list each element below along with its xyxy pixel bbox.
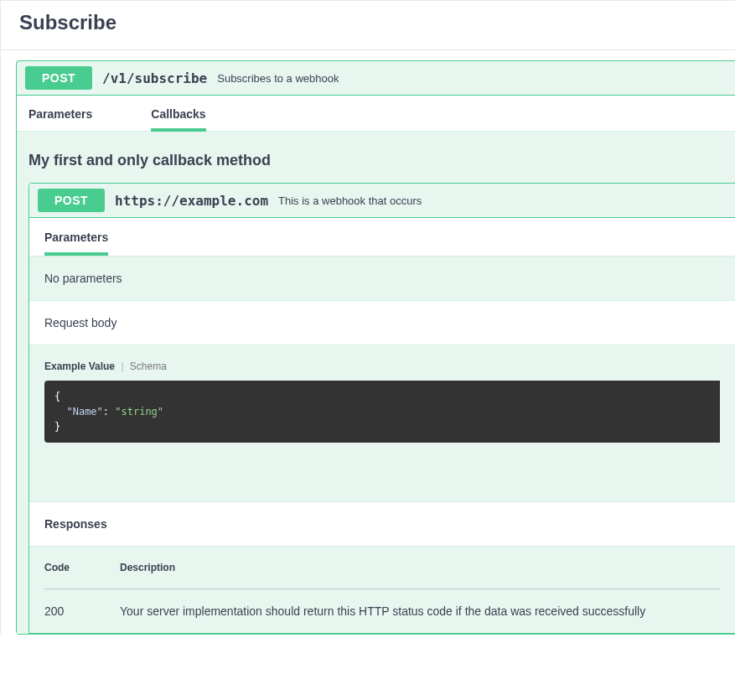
no-parameters-panel: No parameters: [29, 256, 735, 300]
response-code: 200: [44, 589, 120, 618]
tab-callbacks[interactable]: Callbacks: [151, 96, 205, 131]
subscribe-operation: POST /v1/subscribe Subscribes to a webho…: [16, 60, 735, 635]
response-description: Your server implementation should return…: [120, 589, 720, 618]
example-value-toggle[interactable]: Example Value: [44, 360, 115, 372]
callback-operation: POST https://example.com This is a webho…: [28, 183, 735, 634]
subscribe-op-header[interactable]: POST /v1/subscribe Subscribes to a webho…: [17, 61, 735, 95]
callback-tab-parameters[interactable]: Parameters: [44, 231, 108, 256]
responses-panel: Code Description 200 Your server impleme…: [29, 546, 735, 633]
section-title: Subscribe: [1, 11, 735, 49]
tab-parameters[interactable]: Parameters: [28, 96, 92, 131]
responses-label: Responses: [29, 501, 735, 546]
schema-toggle[interactable]: Schema: [130, 360, 167, 372]
callback-method-badge: POST: [38, 189, 105, 212]
responses-col-code: Code: [44, 562, 120, 589]
callback-op-header[interactable]: POST https://example.com This is a webho…: [29, 184, 735, 217]
operation-tabs: Parameters Callbacks: [17, 95, 735, 132]
request-body-label: Request body: [29, 300, 735, 345]
callback-title: My first and only callback method: [28, 152, 735, 169]
example-code-block[interactable]: { "Name": "string" }: [44, 381, 720, 443]
responses-col-description: Description: [120, 562, 720, 589]
callback-url: https://example.com: [115, 193, 268, 209]
endpoint-summary: Subscribes to a webhook: [217, 72, 339, 85]
endpoint-path: /v1/subscribe: [102, 70, 207, 86]
callback-summary: This is a webhook that occurs: [278, 194, 422, 207]
method-badge: POST: [25, 66, 92, 90]
toggle-separator: |: [121, 360, 123, 372]
request-body-panel: Example Value | Schema { "Name": "string…: [29, 345, 735, 501]
